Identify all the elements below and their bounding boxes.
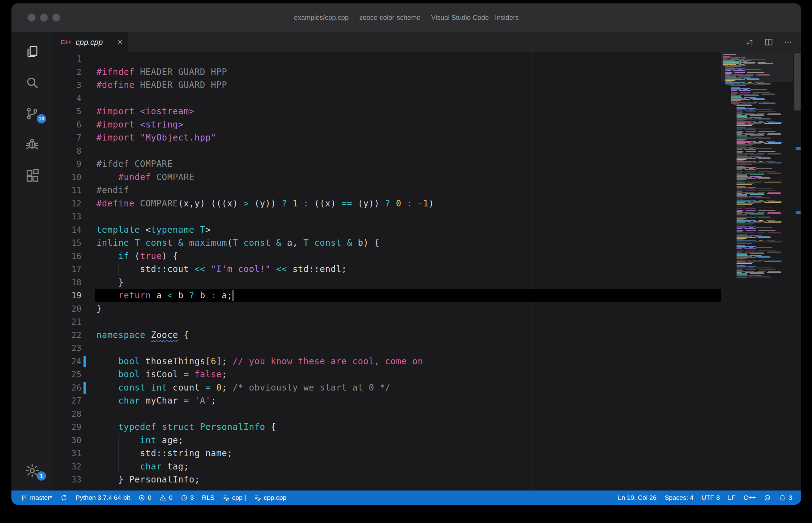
settings-badge: 1 xyxy=(37,471,46,481)
code-line[interactable]: 1 xyxy=(53,52,801,66)
status-language-mode-label: C++ xyxy=(744,494,756,501)
code-line[interactable]: 7#import "MyObject.hpp" xyxy=(53,131,801,145)
editor-actions xyxy=(745,32,801,52)
code-text: #define HEADER_GUARD_HPP xyxy=(82,78,227,92)
code-line[interactable]: 22namespace Zooce { xyxy=(53,329,801,342)
minimap-canvas[interactable] xyxy=(721,52,793,490)
git-branch-icon xyxy=(20,494,27,501)
line-number: 25 xyxy=(53,368,82,381)
status-encoding[interactable]: UTF-8 xyxy=(698,490,724,505)
debug-icon xyxy=(25,138,39,152)
cpp-file-icon: C++ xyxy=(61,39,72,46)
code-line[interactable]: 14template <typename T> xyxy=(53,223,801,237)
code-line[interactable]: 18 } xyxy=(53,276,801,289)
code-line[interactable]: 25 bool isCool = false; xyxy=(53,368,801,381)
activity-extensions[interactable] xyxy=(12,160,53,191)
code-line[interactable]: 4 xyxy=(53,92,801,105)
status-notifications[interactable]: 3 xyxy=(775,490,796,505)
status-indentation-label: Spaces: 4 xyxy=(664,494,693,501)
code-line[interactable]: 21 xyxy=(53,315,801,329)
open-changes-icon[interactable] xyxy=(745,37,754,47)
code-lines: 12#ifndef HEADER_GUARD_HPP3#define HEADE… xyxy=(53,52,801,486)
code-line[interactable]: 8 xyxy=(53,145,801,158)
line-number: 32 xyxy=(53,460,82,473)
line-number: 2 xyxy=(53,66,82,79)
sync-icon xyxy=(60,494,68,501)
code-line[interactable]: 10 #undef COMPARE xyxy=(53,171,801,184)
code-line[interactable]: 11#endif xyxy=(53,184,801,197)
status-python-version[interactable]: Python 3.7.4 64-bit xyxy=(72,490,134,505)
status-cursor-position[interactable]: Ln 19, Col 26 xyxy=(614,490,660,505)
tab-close-icon[interactable]: × xyxy=(117,37,123,47)
code-text: std::cout << "I'm cool!" << std::endl; xyxy=(82,263,347,276)
status-language-mode[interactable]: C++ xyxy=(740,490,760,505)
code-line[interactable]: 5#import <iostream> xyxy=(53,105,801,118)
code-line[interactable]: 20} xyxy=(53,302,801,315)
line-number: 5 xyxy=(53,105,82,118)
code-line[interactable]: 9#ifdef COMPARE xyxy=(53,158,801,171)
status-problems-infos[interactable]: 3 xyxy=(176,490,198,505)
code-line[interactable]: 26 const int count = 0; /* obviously we … xyxy=(53,381,801,395)
line-number: 4 xyxy=(53,92,82,105)
code-line[interactable]: 24 bool thoseThings[6]; // you know thes… xyxy=(53,355,801,368)
code-text: int age; xyxy=(82,434,184,447)
close-button[interactable] xyxy=(27,14,36,22)
activity-search[interactable] xyxy=(12,67,53,98)
status-lang-status-file[interactable]: cpp.cpp xyxy=(250,490,291,505)
tab-cpp-cpp[interactable]: C++ cpp.cpp × xyxy=(53,32,128,52)
status-eol[interactable]: LF xyxy=(724,490,740,505)
activity-run-debug[interactable] xyxy=(12,129,53,160)
code-text: std::string name; xyxy=(82,447,232,460)
code-line[interactable]: 30 int age; xyxy=(53,434,801,447)
line-number: 28 xyxy=(53,408,82,421)
indent-guide xyxy=(97,408,97,421)
code-line[interactable]: 29 typedef struct PersonalInfo { xyxy=(53,420,801,434)
code-line[interactable]: 15inline T const & maximum(T const & a, … xyxy=(53,236,801,250)
split-editor-icon[interactable] xyxy=(764,37,773,47)
more-actions-icon[interactable] xyxy=(783,37,793,47)
code-line[interactable]: 16 if (true) { xyxy=(53,250,801,263)
code-line[interactable]: 6#import <string> xyxy=(53,118,801,131)
code-text: bool isCool = false; xyxy=(82,368,227,381)
status-lang-status-cpp-label: cpp | xyxy=(232,494,246,501)
code-line[interactable]: 13 xyxy=(53,210,801,223)
zoom-button[interactable] xyxy=(52,14,60,22)
code-line[interactable]: 19 return a < b ? b : a; xyxy=(53,289,801,302)
code-text: #ifdef COMPARE xyxy=(82,158,173,171)
status-bar-left: master*Python 3.7.4 64-bit003RLScpp |cpp… xyxy=(16,490,290,505)
activity-source-control[interactable]: 10 xyxy=(12,98,53,129)
line-number: 9 xyxy=(53,158,82,171)
scrollbar-thumb[interactable] xyxy=(794,53,800,110)
code-line[interactable]: 23 xyxy=(53,342,801,355)
status-sync[interactable] xyxy=(56,490,72,505)
code-text: #define COMPARE(x,y) (((x) > (y)) ? 1 : … xyxy=(82,197,434,211)
code-line[interactable]: 31 std::string name; xyxy=(53,447,801,460)
code-text: #endif xyxy=(82,184,129,197)
code-line[interactable]: 32 char tag; xyxy=(53,460,801,473)
info-icon xyxy=(181,494,188,501)
code-line[interactable]: 12#define COMPARE(x,y) (((x) > (y)) ? 1 … xyxy=(53,197,801,211)
status-rls-status[interactable]: RLS xyxy=(198,490,219,505)
code-line[interactable]: 3#define HEADER_GUARD_HPP xyxy=(53,78,801,92)
code-line[interactable]: 33 } PersonalInfo; xyxy=(53,473,801,486)
status-lang-status-cpp[interactable]: cpp | xyxy=(219,490,250,505)
status-git-branch[interactable]: master* xyxy=(16,490,56,505)
code-line[interactable]: 2#ifndef HEADER_GUARD_HPP xyxy=(53,66,801,79)
code-text: template <typename T> xyxy=(82,223,211,237)
code-text: return a < b ? b : a; xyxy=(82,289,232,302)
minimap-slider[interactable] xyxy=(721,52,793,82)
status-problems-errors[interactable]: 0 xyxy=(134,490,155,505)
code-line[interactable]: 27 char myChar = 'A'; xyxy=(53,394,801,408)
status-problems-warnings[interactable]: 0 xyxy=(155,490,176,505)
minimize-button[interactable] xyxy=(40,14,48,22)
code-line[interactable]: 28 xyxy=(53,408,801,421)
line-number: 8 xyxy=(53,145,82,158)
line-number: 27 xyxy=(53,394,82,408)
status-feedback[interactable] xyxy=(760,490,775,505)
activity-explorer[interactable] xyxy=(12,36,53,67)
activity-settings[interactable]: 1 xyxy=(12,455,53,486)
code-editor[interactable]: 12#ifndef HEADER_GUARD_HPP3#define HEADE… xyxy=(53,52,801,490)
code-text: if (true) { xyxy=(82,250,178,263)
status-indentation[interactable]: Spaces: 4 xyxy=(660,490,697,505)
code-line[interactable]: 17 std::cout << "I'm cool!" << std::endl… xyxy=(53,263,801,276)
